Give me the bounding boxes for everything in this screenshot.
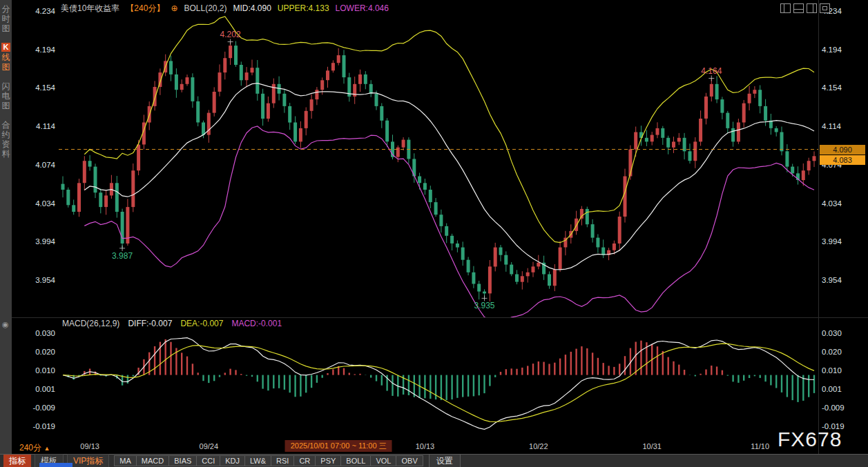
macd-legend: MACD(26,12,9) DIFF:-0.007 DEA:-0.007 MAC… <box>62 319 282 328</box>
svg-text:4.164: 4.164 <box>701 66 722 76</box>
axis-label: 3.954 <box>822 275 852 285</box>
layout-bottom-split-icon[interactable] <box>793 3 804 13</box>
axis-label: 3.994 <box>25 237 55 246</box>
boll-lower-value: LOWER:4.046 <box>336 3 389 13</box>
axis-label: -0.009 <box>822 403 852 413</box>
x-axis-label: 10/31 <box>642 442 662 450</box>
toolbar-item-BOLL[interactable]: BOLL <box>340 455 371 466</box>
k-line-icon: K <box>1 43 10 52</box>
layout-right-split-icon[interactable] <box>807 3 817 13</box>
svg-text:3.935: 3.935 <box>474 301 494 310</box>
left-sidebar: 分时图K线图闪电图合约资料 <box>0 0 12 467</box>
boll-params-label: BOLL(20,2) <box>184 3 226 13</box>
toolbar-item-MA[interactable]: MA <box>114 455 137 466</box>
macd-params-label: MACD(26,12,9) <box>62 319 119 328</box>
toolbar-item-LW&[interactable]: LW& <box>244 455 271 466</box>
axis-label: 4.234 <box>25 6 55 16</box>
axis-label: 0.010 <box>822 366 852 375</box>
sidebar-item-kline-chart[interactable]: K线图 <box>0 43 12 72</box>
boll-mid-value: MID:4.090 <box>233 3 271 13</box>
macd-indicator-chart[interactable] <box>59 328 818 439</box>
axis-label: -0.009 <box>25 403 55 413</box>
axis-divider <box>818 0 819 454</box>
toolbar-item-VOL[interactable]: VOL <box>370 455 396 466</box>
sidebar-item-time-chart[interactable]: 分时图 <box>0 4 12 33</box>
axis-label: 4.114 <box>25 121 55 131</box>
axis-label: 3.994 <box>822 237 852 246</box>
toolbar-item-设置[interactable]: 设置 <box>429 454 461 467</box>
sidebar-item-contract-info[interactable]: 合约资料 <box>0 120 12 159</box>
axis-label: 0.010 <box>25 366 55 375</box>
boll-upper-value: UPPER:4.133 <box>278 3 329 13</box>
crosshair-date-label: 2025/10/01 07:00 ~ 11:00 三 <box>285 440 392 452</box>
axis-label: 4.114 <box>822 121 852 131</box>
chart-header: 美债10年收益率 【240分】 ⊕ BOLL(20,2) MID:4.090 U… <box>61 3 389 14</box>
axis-label: 4.074 <box>25 160 55 170</box>
period-selector-label: 240分 <box>19 443 41 453</box>
toolbar-item-CCI[interactable]: CCI <box>196 455 220 466</box>
x-axis-label: 11/10 <box>751 442 769 450</box>
x-axis-label: 09/24 <box>200 442 219 450</box>
axis-label: 0.020 <box>25 347 55 357</box>
taskbar-fragment <box>39 463 73 467</box>
toolbar-item-KDJ[interactable]: KDJ <box>220 455 245 466</box>
indicator-panel-icon[interactable]: ◉ <box>2 320 9 329</box>
axis-label: 4.154 <box>25 83 55 92</box>
main-price-chart[interactable]: 3.9874.2023.9354.164 <box>59 6 818 317</box>
dashed-price-tag: 4.090 <box>820 145 865 155</box>
layout-left-split-icon[interactable] <box>780 3 791 13</box>
toolbar-item-CR[interactable]: CR <box>293 455 316 466</box>
toolbar-item-RSI[interactable]: RSI <box>271 455 294 466</box>
chart-title: 美债10年收益率 <box>61 3 119 14</box>
axis-label: 0.020 <box>822 347 852 357</box>
axis-label: -0.019 <box>25 421 55 431</box>
axis-label: 0.030 <box>25 328 55 338</box>
axis-label: 4.154 <box>822 83 852 92</box>
axis-label: 4.194 <box>822 45 852 54</box>
sidebar-item-flash-chart[interactable]: 闪电图 <box>0 81 12 110</box>
toolbar-item-OBV[interactable]: OBV <box>396 455 423 466</box>
axis-label: 4.034 <box>25 199 55 208</box>
toolbar-item-BIAS[interactable]: BIAS <box>168 455 197 466</box>
last-price-tag: 4.083 <box>820 155 865 165</box>
svg-text:3.987: 3.987 <box>112 251 133 261</box>
watermark: FX678 <box>778 428 842 451</box>
trading-terminal: 分时图K线图闪电图合约资料 美债10年收益率 【240分】 ⊕ BOLL(20,… <box>0 0 868 467</box>
axis-label: 3.954 <box>25 275 55 285</box>
window-layout-icons <box>778 3 830 13</box>
macd-macd-value: MACD:-0.001 <box>231 319 282 328</box>
axis-label: 0.030 <box>822 328 852 338</box>
macd-dea-value: DEA:-0.007 <box>180 319 223 328</box>
x-axis-label: 09/13 <box>80 442 99 450</box>
toolbar-item-VIP指标[interactable]: VIP指标 <box>67 454 109 467</box>
plus-circle-icon[interactable]: ⊕ <box>171 3 177 13</box>
layout-nested-pane-icon[interactable] <box>820 3 830 13</box>
x-axis-label: 10/13 <box>416 442 435 450</box>
axis-label: 0.001 <box>822 384 852 394</box>
macd-diff-value: DIFF:-0.007 <box>128 319 172 328</box>
chevron-up-icon: ▲ <box>44 445 50 452</box>
period-selector[interactable]: 240分 ▲ <box>19 442 50 454</box>
toolbar-item-指标[interactable]: 指标 <box>3 455 31 467</box>
svg-text:4.202: 4.202 <box>220 30 241 39</box>
axis-label: 4.194 <box>25 45 55 54</box>
panel-divider <box>12 317 868 318</box>
x-axis-label: 10/22 <box>529 442 548 450</box>
axis-label: 4.034 <box>822 199 852 208</box>
period-tag: 【240分】 <box>126 3 164 14</box>
axis-label: 0.001 <box>25 384 55 394</box>
toolbar-item-MACD[interactable]: MACD <box>136 455 169 466</box>
toolbar-item-PSY[interactable]: PSY <box>315 455 341 466</box>
bottom-toolbar: 指标模板VIP指标MAMACDBIASCCIKDJLW&RSICRPSYBOLL… <box>0 454 868 467</box>
